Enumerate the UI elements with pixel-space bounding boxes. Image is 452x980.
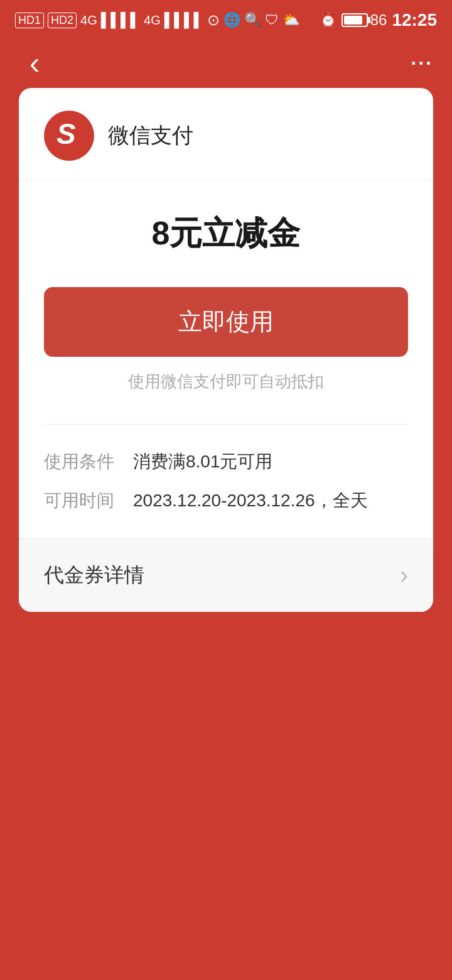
brand-logo-text: S — [53, 117, 85, 155]
shield-icon: 🛡 — [265, 12, 279, 28]
brand-name: 微信支付 — [108, 121, 193, 150]
browser-icon: 🌐 — [223, 12, 240, 28]
auto-deduct-tip: 使用微信支付即可自动抵扣 — [44, 371, 408, 393]
divider — [44, 424, 408, 425]
coupon-title: 8元立减金 — [44, 212, 408, 256]
time-value: 2023.12.20-2023.12.26，全天 — [133, 489, 368, 513]
use-now-button[interactable]: 立即使用 — [44, 287, 408, 357]
chevron-right-icon: › — [400, 561, 408, 589]
condition-label: 使用条件 — [44, 450, 114, 474]
signal2: 4G — [144, 13, 161, 28]
hd2-label: HD2 — [48, 13, 77, 28]
more-button[interactable]: ··· — [411, 52, 433, 75]
signal-bars-2: ▌▌▌▌ — [164, 12, 203, 28]
condition-row-time: 可用时间 2023.12.20-2023.12.26，全天 — [44, 489, 408, 513]
battery-fill — [344, 16, 362, 24]
conditions-section: 使用条件 消费满8.01元可用 可用时间 2023.12.20-2023.12.… — [44, 450, 408, 513]
search-icon: 🔍 — [244, 12, 261, 28]
wifi-icon: ⊙ — [207, 11, 220, 29]
back-button[interactable]: ‹ — [19, 45, 50, 81]
card-body: 8元立减金 立即使用 使用微信支付即可自动抵扣 使用条件 消费满8.01元可用 … — [19, 180, 433, 538]
battery-icon — [342, 13, 368, 27]
card-header: S 微信支付 — [19, 88, 433, 180]
brand-s-icon: S — [53, 117, 85, 149]
time-label: 可用时间 — [44, 489, 114, 513]
status-bar: HD1 HD2 4G ▌▌▌▌ 4G ▌▌▌▌ ⊙ 🌐 🔍 🛡 ⛅ ⏰ 86 1… — [0, 0, 452, 38]
alarm-icon: ⏰ — [320, 12, 336, 28]
svg-text:S: S — [56, 117, 76, 149]
status-bar-left: HD1 HD2 4G ▌▌▌▌ 4G ▌▌▌▌ ⊙ 🌐 🔍 🛡 ⛅ — [15, 11, 299, 29]
brand-logo: S — [44, 111, 94, 161]
weather-icon: ⛅ — [282, 12, 299, 28]
nav-bar: ‹ ··· — [0, 38, 452, 88]
battery-indicator: 86 — [342, 11, 387, 29]
battery-percent: 86 — [370, 11, 387, 29]
clock-time: 12:25 — [392, 10, 437, 30]
signal-bars-1: ▌▌▌▌ — [101, 12, 140, 28]
hd1-label: HD1 — [15, 13, 44, 28]
footer-label: 代金券详情 — [44, 562, 144, 589]
status-bar-right: ⏰ 86 12:25 — [320, 10, 437, 30]
condition-value: 消费满8.01元可用 — [133, 450, 273, 474]
coupon-details-link[interactable]: 代金券详情 › — [19, 538, 433, 612]
condition-row-usage: 使用条件 消费满8.01元可用 — [44, 450, 408, 474]
coupon-card: S 微信支付 8元立减金 立即使用 使用微信支付即可自动抵扣 使用条件 消费满8… — [19, 88, 433, 612]
signal1: 4G — [80, 13, 97, 28]
